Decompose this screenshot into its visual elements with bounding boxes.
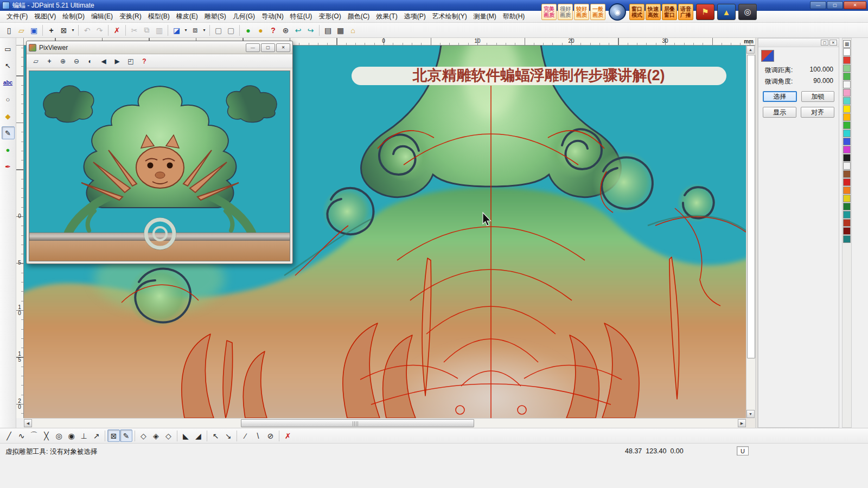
menu-sculpt[interactable]: 雕塑(S) <box>201 11 229 22</box>
palette-color[interactable] <box>843 138 851 145</box>
copy-icon[interactable]: ⧉ <box>141 24 153 36</box>
panel-float-button[interactable]: ▢ <box>821 40 828 46</box>
sphere-tool-icon[interactable]: ● <box>2 143 15 156</box>
spiral-tool-icon[interactable]: ◎ <box>53 429 65 442</box>
pixviewer-prev-icon[interactable]: ◀ <box>98 56 110 67</box>
palette-color[interactable] <box>843 146 851 153</box>
menu-art-draw[interactable]: 艺术绘制(Y) <box>429 11 470 22</box>
polygon-tool-icon[interactable]: ◆ <box>2 110 15 123</box>
scroll-left-arrow[interactable]: ◀ <box>24 419 32 427</box>
menu-color[interactable]: 颜色(C) <box>344 11 373 22</box>
undo-icon[interactable]: ↶ <box>81 24 93 36</box>
panel-tab-image-icon[interactable] <box>761 50 774 62</box>
perpendicular-tool-icon[interactable]: ⊥ <box>78 429 90 442</box>
show-button[interactable]: 显示 <box>763 107 796 118</box>
palette-color[interactable] <box>843 65 851 72</box>
voice-broadcast-button[interactable]: 语音广播 <box>678 4 693 20</box>
pick-tool-1-icon[interactable]: ↖ <box>209 429 222 442</box>
palette-color[interactable] <box>843 227 851 235</box>
close-button[interactable]: ✕ <box>844 1 866 9</box>
menu-transform[interactable]: 变换(R) <box>116 11 145 22</box>
view-compass-icon[interactable]: ◉ <box>609 3 626 21</box>
pixviewer-minimize-button[interactable]: — <box>246 43 260 52</box>
horizontal-scroll-thumb[interactable] <box>241 419 474 427</box>
scroll-right-arrow[interactable]: ▶ <box>738 419 746 427</box>
nudge-distance-value[interactable]: 100.000 <box>810 66 833 75</box>
circle-tool-icon[interactable]: ◉ <box>65 429 78 442</box>
menu-geometry[interactable]: 几何(G) <box>229 11 258 22</box>
scroll-down-arrow[interactable]: ▼ <box>746 410 755 418</box>
menu-options[interactable]: 选项(P) <box>401 11 429 22</box>
notebook-icon[interactable]: ▤ <box>322 24 334 36</box>
surface-tool-2-icon[interactable]: ◈ <box>150 429 162 442</box>
palette-color[interactable] <box>843 105 851 113</box>
menu-help[interactable]: 帮助(H) <box>500 11 528 22</box>
palette-color[interactable] <box>843 219 851 227</box>
menu-measure[interactable]: 测量(M) <box>470 11 500 22</box>
redo-icon[interactable]: ↷ <box>93 24 106 36</box>
status-unit-badge[interactable]: U <box>737 446 749 455</box>
menu-file[interactable]: 文件(F) <box>3 11 31 22</box>
menu-effect[interactable]: 效果(T) <box>373 11 400 22</box>
menu-eraser[interactable]: 橡皮(E) <box>173 11 201 22</box>
line-tool-icon[interactable]: ╱ <box>3 429 15 442</box>
break-tool-icon[interactable]: ⊘ <box>264 429 277 442</box>
panel-close-button[interactable]: ✕ <box>829 40 837 46</box>
palette-color[interactable] <box>843 81 851 88</box>
fill-tool-icon[interactable]: ◪ <box>170 24 183 36</box>
fast-efficient-button[interactable]: 快速高效 <box>646 4 661 20</box>
pixviewer-maximize-button[interactable]: ▢ <box>261 43 275 52</box>
region-select-tool-icon[interactable]: ⊠ <box>107 429 120 442</box>
delete-curve-icon[interactable]: ✗ <box>282 429 294 442</box>
palette-color[interactable] <box>843 195 851 202</box>
palette-color[interactable] <box>843 97 851 105</box>
tangent-tool-icon[interactable]: ↗ <box>90 429 103 442</box>
paste-icon[interactable]: ▥ <box>153 24 165 36</box>
palette-color[interactable] <box>843 187 851 194</box>
pixviewer-next-icon[interactable]: ▶ <box>111 56 123 67</box>
vertical-scrollbar[interactable]: ▲ ▼ <box>746 46 755 418</box>
point-gold-icon[interactable]: ● <box>254 24 267 36</box>
save-file-icon[interactable]: ▣ <box>28 24 40 36</box>
layer-dropdown-icon[interactable]: ▾ <box>201 24 207 36</box>
fill-dropdown-icon[interactable]: ▾ <box>183 24 189 36</box>
palette-color[interactable] <box>843 162 851 170</box>
sail-icon[interactable]: ▲ <box>717 4 736 20</box>
chamfer-tool-2-icon[interactable]: ◢ <box>192 429 205 442</box>
menu-edit[interactable]: 编辑(E) <box>88 11 116 22</box>
surface-tool-3-icon[interactable]: ◇ <box>162 429 175 442</box>
pixviewer-help-icon[interactable]: ? <box>138 56 150 67</box>
pixviewer-open-icon[interactable]: ▱ <box>30 56 42 67</box>
node-pen-tool-icon[interactable]: ✎ <box>120 429 132 442</box>
layer-tool-icon[interactable]: ⧈ <box>189 24 201 36</box>
view-mode-2-icon[interactable]: ▢ <box>225 24 237 36</box>
select-frame-dropdown-icon[interactable]: ▾ <box>70 24 76 36</box>
view-forward-icon[interactable]: ↪ <box>304 24 317 36</box>
curve-tool-icon[interactable]: ∿ <box>15 429 28 442</box>
pixviewer-zoom-in-icon[interactable]: ⊕ <box>57 56 69 67</box>
select-button[interactable]: 选择 <box>763 91 797 102</box>
new-file-icon[interactable]: ▯ <box>3 24 15 36</box>
quality-normal-button[interactable]: 一般画质 <box>590 4 605 20</box>
flag-icon[interactable]: ⚑ <box>696 4 714 20</box>
settings-gears-icon[interactable]: ⊛ <box>279 24 292 36</box>
pixviewer-pan-icon[interactable]: + <box>43 56 55 67</box>
horizontal-scrollbar[interactable]: ◀ ▶ <box>24 418 746 428</box>
palette-color[interactable] <box>843 56 851 64</box>
palette-color[interactable] <box>843 178 851 186</box>
pixviewer-zoom-window-icon[interactable]: ◰ <box>125 56 137 67</box>
projector-icon[interactable]: ◎ <box>738 4 757 20</box>
palette-color[interactable] <box>843 170 851 178</box>
ellipse-tool-icon[interactable]: ○ <box>2 93 15 106</box>
view-back-icon[interactable]: ↩ <box>292 24 304 36</box>
menu-draw[interactable]: 绘制(D) <box>59 11 88 22</box>
pixviewer-title-bar[interactable]: PixViewer — ▢ ✕ <box>27 41 292 54</box>
vertical-scroll-thumb[interactable] <box>747 55 755 358</box>
menu-deform[interactable]: 变形(O) <box>315 11 344 22</box>
grid-table-icon[interactable]: ▦ <box>334 24 347 36</box>
node-edit-tool-icon[interactable]: ↖ <box>2 59 15 72</box>
minimize-button[interactable]: — <box>810 1 826 9</box>
scroll-up-arrow[interactable]: ▲ <box>746 46 755 54</box>
pixviewer-zoom-out-icon[interactable]: ⊖ <box>71 56 82 67</box>
menu-sweep[interactable]: 导动(N) <box>258 11 287 22</box>
